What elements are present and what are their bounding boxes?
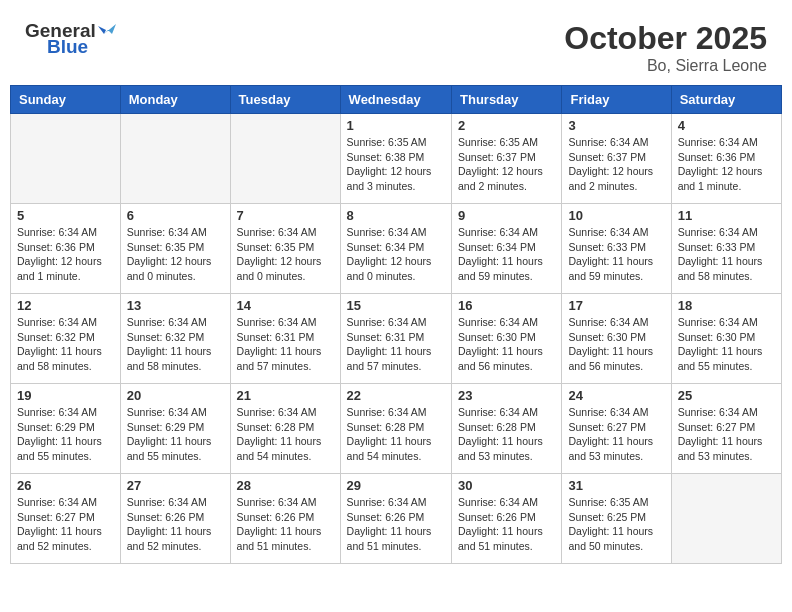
logo: General Blue xyxy=(25,20,116,58)
day-info: Sunrise: 6:34 AM Sunset: 6:26 PM Dayligh… xyxy=(347,495,445,554)
day-number: 25 xyxy=(678,388,775,403)
weekday-header-monday: Monday xyxy=(120,86,230,114)
day-info: Sunrise: 6:34 AM Sunset: 6:26 PM Dayligh… xyxy=(127,495,224,554)
day-number: 15 xyxy=(347,298,445,313)
day-number: 11 xyxy=(678,208,775,223)
day-info: Sunrise: 6:34 AM Sunset: 6:27 PM Dayligh… xyxy=(568,405,664,464)
day-info: Sunrise: 6:34 AM Sunset: 6:28 PM Dayligh… xyxy=(347,405,445,464)
day-number: 7 xyxy=(237,208,334,223)
day-info: Sunrise: 6:34 AM Sunset: 6:28 PM Dayligh… xyxy=(237,405,334,464)
weekday-header-saturday: Saturday xyxy=(671,86,781,114)
week-row-1: 1Sunrise: 6:35 AM Sunset: 6:38 PM Daylig… xyxy=(11,114,782,204)
page-header: General Blue October 2025 Bo, Sierra Leo… xyxy=(10,10,782,80)
calendar-cell: 7Sunrise: 6:34 AM Sunset: 6:35 PM Daylig… xyxy=(230,204,340,294)
day-info: Sunrise: 6:34 AM Sunset: 6:36 PM Dayligh… xyxy=(678,135,775,194)
calendar-cell: 24Sunrise: 6:34 AM Sunset: 6:27 PM Dayli… xyxy=(562,384,671,474)
calendar-cell: 28Sunrise: 6:34 AM Sunset: 6:26 PM Dayli… xyxy=(230,474,340,564)
day-number: 23 xyxy=(458,388,555,403)
day-info: Sunrise: 6:34 AM Sunset: 6:29 PM Dayligh… xyxy=(127,405,224,464)
day-number: 30 xyxy=(458,478,555,493)
title-section: October 2025 Bo, Sierra Leone xyxy=(564,20,767,75)
day-info: Sunrise: 6:34 AM Sunset: 6:29 PM Dayligh… xyxy=(17,405,114,464)
calendar-cell xyxy=(230,114,340,204)
day-info: Sunrise: 6:34 AM Sunset: 6:30 PM Dayligh… xyxy=(678,315,775,374)
day-number: 5 xyxy=(17,208,114,223)
calendar-cell: 4Sunrise: 6:34 AM Sunset: 6:36 PM Daylig… xyxy=(671,114,781,204)
weekday-header-sunday: Sunday xyxy=(11,86,121,114)
logo-bird-icon xyxy=(98,20,116,38)
day-info: Sunrise: 6:34 AM Sunset: 6:28 PM Dayligh… xyxy=(458,405,555,464)
calendar-cell: 25Sunrise: 6:34 AM Sunset: 6:27 PM Dayli… xyxy=(671,384,781,474)
day-number: 26 xyxy=(17,478,114,493)
day-info: Sunrise: 6:34 AM Sunset: 6:35 PM Dayligh… xyxy=(237,225,334,284)
weekday-header-friday: Friday xyxy=(562,86,671,114)
day-number: 14 xyxy=(237,298,334,313)
calendar-cell: 30Sunrise: 6:34 AM Sunset: 6:26 PM Dayli… xyxy=(452,474,562,564)
calendar-cell: 23Sunrise: 6:34 AM Sunset: 6:28 PM Dayli… xyxy=(452,384,562,474)
day-number: 13 xyxy=(127,298,224,313)
day-info: Sunrise: 6:35 AM Sunset: 6:37 PM Dayligh… xyxy=(458,135,555,194)
day-number: 29 xyxy=(347,478,445,493)
calendar-cell: 14Sunrise: 6:34 AM Sunset: 6:31 PM Dayli… xyxy=(230,294,340,384)
day-number: 3 xyxy=(568,118,664,133)
svg-marker-1 xyxy=(98,26,106,34)
calendar-cell: 2Sunrise: 6:35 AM Sunset: 6:37 PM Daylig… xyxy=(452,114,562,204)
calendar-cell: 11Sunrise: 6:34 AM Sunset: 6:33 PM Dayli… xyxy=(671,204,781,294)
calendar-cell: 8Sunrise: 6:34 AM Sunset: 6:34 PM Daylig… xyxy=(340,204,451,294)
day-number: 1 xyxy=(347,118,445,133)
month-title: October 2025 xyxy=(564,20,767,57)
calendar-cell: 31Sunrise: 6:35 AM Sunset: 6:25 PM Dayli… xyxy=(562,474,671,564)
day-number: 21 xyxy=(237,388,334,403)
day-info: Sunrise: 6:34 AM Sunset: 6:34 PM Dayligh… xyxy=(347,225,445,284)
day-number: 18 xyxy=(678,298,775,313)
calendar-cell: 16Sunrise: 6:34 AM Sunset: 6:30 PM Dayli… xyxy=(452,294,562,384)
calendar-cell: 9Sunrise: 6:34 AM Sunset: 6:34 PM Daylig… xyxy=(452,204,562,294)
calendar-cell xyxy=(671,474,781,564)
weekday-header-row: SundayMondayTuesdayWednesdayThursdayFrid… xyxy=(11,86,782,114)
day-info: Sunrise: 6:34 AM Sunset: 6:26 PM Dayligh… xyxy=(237,495,334,554)
calendar-cell xyxy=(11,114,121,204)
calendar-cell: 6Sunrise: 6:34 AM Sunset: 6:35 PM Daylig… xyxy=(120,204,230,294)
day-info: Sunrise: 6:34 AM Sunset: 6:30 PM Dayligh… xyxy=(568,315,664,374)
day-info: Sunrise: 6:34 AM Sunset: 6:34 PM Dayligh… xyxy=(458,225,555,284)
calendar-cell: 13Sunrise: 6:34 AM Sunset: 6:32 PM Dayli… xyxy=(120,294,230,384)
day-number: 17 xyxy=(568,298,664,313)
weekday-header-tuesday: Tuesday xyxy=(230,86,340,114)
day-info: Sunrise: 6:34 AM Sunset: 6:27 PM Dayligh… xyxy=(17,495,114,554)
day-info: Sunrise: 6:34 AM Sunset: 6:33 PM Dayligh… xyxy=(678,225,775,284)
day-info: Sunrise: 6:34 AM Sunset: 6:31 PM Dayligh… xyxy=(347,315,445,374)
day-number: 2 xyxy=(458,118,555,133)
calendar-cell: 19Sunrise: 6:34 AM Sunset: 6:29 PM Dayli… xyxy=(11,384,121,474)
day-number: 31 xyxy=(568,478,664,493)
week-row-3: 12Sunrise: 6:34 AM Sunset: 6:32 PM Dayli… xyxy=(11,294,782,384)
day-number: 6 xyxy=(127,208,224,223)
day-info: Sunrise: 6:35 AM Sunset: 6:25 PM Dayligh… xyxy=(568,495,664,554)
calendar-cell: 15Sunrise: 6:34 AM Sunset: 6:31 PM Dayli… xyxy=(340,294,451,384)
day-info: Sunrise: 6:34 AM Sunset: 6:37 PM Dayligh… xyxy=(568,135,664,194)
day-info: Sunrise: 6:34 AM Sunset: 6:35 PM Dayligh… xyxy=(127,225,224,284)
day-number: 27 xyxy=(127,478,224,493)
calendar-cell: 26Sunrise: 6:34 AM Sunset: 6:27 PM Dayli… xyxy=(11,474,121,564)
week-row-4: 19Sunrise: 6:34 AM Sunset: 6:29 PM Dayli… xyxy=(11,384,782,474)
calendar-cell: 20Sunrise: 6:34 AM Sunset: 6:29 PM Dayli… xyxy=(120,384,230,474)
weekday-header-wednesday: Wednesday xyxy=(340,86,451,114)
week-row-2: 5Sunrise: 6:34 AM Sunset: 6:36 PM Daylig… xyxy=(11,204,782,294)
calendar-cell: 5Sunrise: 6:34 AM Sunset: 6:36 PM Daylig… xyxy=(11,204,121,294)
weekday-header-thursday: Thursday xyxy=(452,86,562,114)
calendar-cell: 29Sunrise: 6:34 AM Sunset: 6:26 PM Dayli… xyxy=(340,474,451,564)
calendar-cell: 3Sunrise: 6:34 AM Sunset: 6:37 PM Daylig… xyxy=(562,114,671,204)
day-info: Sunrise: 6:34 AM Sunset: 6:36 PM Dayligh… xyxy=(17,225,114,284)
day-number: 8 xyxy=(347,208,445,223)
day-number: 4 xyxy=(678,118,775,133)
day-info: Sunrise: 6:34 AM Sunset: 6:27 PM Dayligh… xyxy=(678,405,775,464)
day-number: 19 xyxy=(17,388,114,403)
day-number: 12 xyxy=(17,298,114,313)
calendar-cell: 27Sunrise: 6:34 AM Sunset: 6:26 PM Dayli… xyxy=(120,474,230,564)
calendar-cell xyxy=(120,114,230,204)
calendar-table: SundayMondayTuesdayWednesdayThursdayFrid… xyxy=(10,85,782,564)
logo-blue-text: Blue xyxy=(47,36,88,58)
day-number: 24 xyxy=(568,388,664,403)
day-info: Sunrise: 6:35 AM Sunset: 6:38 PM Dayligh… xyxy=(347,135,445,194)
location-title: Bo, Sierra Leone xyxy=(564,57,767,75)
svg-marker-0 xyxy=(104,24,116,34)
